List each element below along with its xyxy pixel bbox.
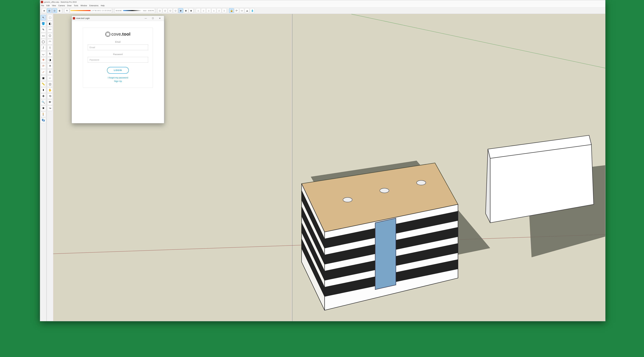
wh5-button-icon: ⌂ <box>218 9 220 12</box>
lock-button[interactable]: 🔒 <box>229 8 234 13</box>
walk-tool[interactable]: 🚶 <box>40 112 46 117</box>
style6-button[interactable]: ◆ <box>184 8 188 13</box>
tape-tool[interactable]: 📏 <box>40 81 46 87</box>
month-S: S <box>105 10 106 12</box>
look-tool[interactable]: 👣 <box>40 118 46 123</box>
style3-button[interactable]: ◇ <box>168 8 172 13</box>
axis-tool[interactable]: ✳ <box>47 63 53 69</box>
offset-tool[interactable]: ▣ <box>40 75 46 81</box>
email-input[interactable] <box>88 45 148 50</box>
select-tool[interactable]: ↖ <box>40 15 46 20</box>
position-camera-tool[interactable]: 👁 <box>47 100 53 105</box>
polygon-tool[interactable]: ⬡ <box>47 33 53 39</box>
refresh-button[interactable]: ⟳ <box>234 8 239 13</box>
eraser-tool[interactable]: ◧ <box>47 21 53 26</box>
maximize-button[interactable]: ☐ <box>149 16 156 21</box>
followme-tool[interactable]: ↻ <box>47 51 53 57</box>
zoom-extents-tool[interactable]: ✖ <box>40 106 46 111</box>
time-slider-track <box>123 10 142 11</box>
zoom-tool-icon: 🔍 <box>42 101 45 104</box>
component-tool[interactable]: ⬚ <box>47 15 53 20</box>
look-tool-icon: 👣 <box>42 119 45 122</box>
scale-tool[interactable]: ⤢ <box>40 69 46 75</box>
look-around-tool[interactable]: ↪ <box>47 106 53 111</box>
sun-toggle-button[interactable]: ☀ <box>64 8 69 13</box>
save-button[interactable]: ▭ <box>240 8 244 13</box>
menu-tools[interactable]: Tools <box>74 5 78 7</box>
wh1-button[interactable]: ⌂ <box>196 8 200 13</box>
arc3-tool[interactable]: ◠ <box>47 39 53 45</box>
prev-view-tool[interactable]: ⟲ <box>47 94 53 99</box>
drop-button[interactable]: 💧 <box>250 8 254 13</box>
style1-button[interactable]: ◇ <box>158 8 162 13</box>
protractor-tool[interactable]: ◑ <box>47 57 53 63</box>
orbit-tool[interactable]: ✥ <box>40 94 46 99</box>
line-tool[interactable]: 〰 <box>47 27 53 32</box>
brand-text: cove.tool <box>111 32 130 37</box>
tape-tool-icon: 📏 <box>42 83 45 85</box>
text-tool[interactable]: A <box>47 69 53 75</box>
menu-help[interactable]: Help <box>101 5 105 7</box>
menu-window[interactable]: Window <box>80 5 87 7</box>
arc2-tool[interactable]: ◡ <box>40 51 46 57</box>
menu-view[interactable]: View <box>52 5 56 7</box>
wh5-button[interactable]: ⌂ <box>217 8 221 13</box>
date-slider[interactable]: JFMAMJJASOND <box>70 8 112 13</box>
style7-button[interactable]: ◆ <box>189 8 193 13</box>
password-input[interactable] <box>88 57 148 63</box>
dim-tool[interactable]: ↔ <box>47 75 53 81</box>
dialog-titlebar[interactable]: cove.tool Login — ☐ ✕ <box>72 16 164 21</box>
paint-bucket-tool[interactable]: 🪣 <box>40 21 46 26</box>
arc-tool-icon: ⤴ <box>42 47 44 49</box>
brand: cove.tool <box>105 32 130 37</box>
menu-file[interactable]: File <box>41 5 44 7</box>
cloud-up-button[interactable]: ☁ <box>245 8 250 13</box>
freehand-tool[interactable]: ⌇ <box>47 45 53 51</box>
login-dialog: cove.tool Login — ☐ ✕ cove.tool Email <box>72 16 164 123</box>
iso-view-button[interactable]: ◈ <box>42 8 46 13</box>
titlebar: generic_office.skp - SketchUp Pro 2019 <box>40 0 605 4</box>
password-label: Password <box>113 53 123 56</box>
style4-button[interactable]: ◇ <box>173 8 178 13</box>
month-M: M <box>98 10 100 12</box>
fog-button[interactable]: ◐ <box>57 8 62 13</box>
signup-link[interactable]: Sign Up <box>114 80 122 82</box>
eraser-tool-icon: ◧ <box>49 22 51 25</box>
menu-extensions[interactable]: Extensions <box>90 5 98 7</box>
style2-button[interactable]: ◇ <box>163 8 167 13</box>
freehand-tool-icon: ⌇ <box>49 47 51 49</box>
style5-button[interactable]: ◆ <box>178 8 183 13</box>
svg-marker-2 <box>486 149 490 223</box>
arc-tool[interactable]: ⤴ <box>40 45 46 51</box>
wh3-button[interactable]: ⌂ <box>206 8 211 13</box>
viewport[interactable]: cove.tool Login — ☐ ✕ cove.tool Email <box>53 14 605 321</box>
wh2-button-icon: ⌂ <box>203 9 204 12</box>
menu-camera[interactable]: Camera <box>58 5 65 7</box>
shadow-button[interactable]: ◎ <box>52 8 57 13</box>
time-slider[interactable]: 06:42 AM Noon 04:46 PM <box>114 8 155 13</box>
sun-button[interactable]: ◍ <box>47 8 52 13</box>
protractor-tool-icon: ◑ <box>49 59 51 61</box>
wh4-button[interactable]: ⌂ <box>212 8 216 13</box>
close-button[interactable]: ✕ <box>156 16 163 21</box>
section-tool[interactable]: ◫ <box>47 81 53 87</box>
login-button[interactable]: LOGIN <box>107 67 129 74</box>
wh6-button[interactable]: ⌂ <box>222 8 226 13</box>
svg-point-15 <box>343 197 352 202</box>
minimize-button[interactable]: — <box>142 16 149 21</box>
scale-tool-icon: ⤢ <box>42 71 44 73</box>
menu-edit[interactable]: Edit <box>46 5 50 7</box>
zoom-tool[interactable]: 🔍 <box>40 100 46 105</box>
pan-tool[interactable]: ✋ <box>47 88 53 93</box>
rectangle-tool[interactable]: ▭ <box>40 33 46 39</box>
forgot-password-link[interactable]: I forgot my password <box>108 76 128 79</box>
pencil-tool[interactable]: ✎ <box>40 27 46 32</box>
push-pull-tool[interactable]: ⬍ <box>40 88 46 93</box>
rotate-tool[interactable]: ⟳ <box>40 63 46 69</box>
move-tool[interactable]: ✥ <box>40 57 46 63</box>
wh2-button[interactable]: ⌂ <box>201 8 206 13</box>
menu-draw[interactable]: Draw <box>67 5 72 7</box>
time-right-label: 04:46 PM <box>148 10 154 12</box>
circle-tool[interactable]: ◯ <box>40 39 46 45</box>
arc3-tool-icon: ◠ <box>49 41 51 43</box>
